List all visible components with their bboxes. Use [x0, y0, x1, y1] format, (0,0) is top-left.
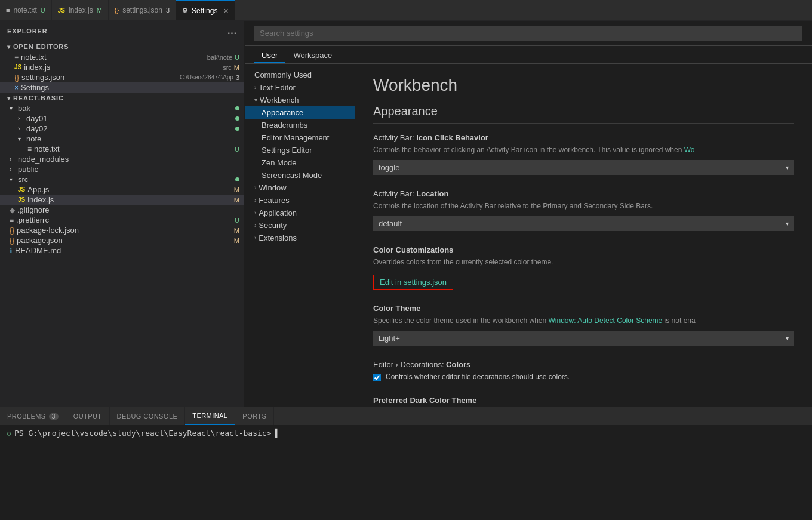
more-button[interactable]: ...	[227, 26, 237, 36]
arrow-icon: ›	[254, 222, 256, 229]
nav-security[interactable]: › Security	[245, 219, 355, 232]
open-editors-label: OPEN EDITORS	[13, 43, 69, 50]
arrow-icon: ▾	[7, 95, 11, 101]
arrow-icon: ▾	[10, 176, 18, 183]
file-index-js[interactable]: JS index.js M	[0, 195, 244, 205]
nav-window[interactable]: › Window	[245, 181, 355, 194]
file-icon: {}	[14, 73, 19, 82]
tab-workspace[interactable]: Workspace	[286, 48, 339, 63]
txt-icon: ≡	[6, 7, 10, 14]
decorator-colors-checkbox[interactable]	[373, 374, 381, 381]
nav-label: Editor Management	[262, 133, 329, 142]
tab-label: note.txt	[13, 6, 36, 14]
tab-user[interactable]: User	[254, 48, 285, 63]
terminal-content: ○ PS G:\project\vscode\study\react\EasyR…	[0, 425, 812, 520]
tab-debug-console[interactable]: DEBUG CONSOLE	[110, 407, 186, 425]
nav-settings-editor[interactable]: Settings Editor	[245, 144, 355, 156]
folder-note[interactable]: ▾ note	[0, 134, 244, 144]
tab-index-js[interactable]: JS index.js M	[52, 0, 109, 20]
open-editor-settings[interactable]: × Settings	[0, 82, 244, 93]
nav-workbench[interactable]: ▾ Workbench	[245, 94, 355, 106]
setting-label-strong: Color Theme	[373, 304, 420, 313]
nav-zen-mode[interactable]: Zen Mode	[245, 156, 355, 169]
dropdown-toggle[interactable]: toggle ▾	[373, 160, 794, 175]
tab-output[interactable]: OUTPUT	[66, 407, 110, 425]
tab-bar: ≡ note.txt U JS index.js M {} settings.j…	[0, 0, 812, 21]
file-icon: JS	[18, 196, 25, 203]
file-gitignore[interactable]: ◆ .gitignore	[0, 205, 244, 215]
edit-settings-json-button[interactable]: Edit in settings.json	[373, 275, 453, 290]
open-editor-index-js[interactable]: JS index.js src M	[0, 62, 244, 72]
dropdown-location[interactable]: default ▾	[373, 216, 794, 231]
file-note-txt[interactable]: ≡ note.txt U	[0, 144, 244, 154]
project-header[interactable]: ▾ REACT-BASIC	[0, 93, 244, 103]
file-app-js[interactable]: JS App.js M	[0, 184, 244, 195]
tab-label: PORTS	[242, 413, 266, 420]
setting-label-strong: Preferred Dark Color Theme	[373, 396, 476, 405]
tab-settings-json[interactable]: {} settings.json 3	[109, 0, 176, 20]
arrow-icon: ›	[254, 184, 256, 191]
nav-text-editor[interactable]: › Text Editor	[245, 81, 355, 94]
dropdown-color-theme[interactable]: Light+ ▾	[373, 331, 794, 346]
setting-label: Color Theme	[373, 304, 794, 313]
arrow-icon: ▾	[18, 136, 26, 142]
sidebar-header: EXPLORER ...	[0, 21, 244, 41]
link[interactable]: Wo	[684, 146, 695, 154]
nav-editor-management[interactable]: Editor Management	[245, 131, 355, 144]
nav-label: Breadcrumbs	[262, 121, 307, 130]
folder-node-modules[interactable]: › node_modules	[0, 154, 244, 164]
tab-label: Settings	[192, 7, 217, 15]
folder-public[interactable]: › public	[0, 164, 244, 174]
file-prettierrc[interactable]: ≡ .prettierrc U	[0, 215, 244, 225]
tab-problems[interactable]: PROBLEMS 3	[0, 407, 66, 425]
file-name: package.json	[17, 236, 234, 245]
terminal-cursor[interactable]: ▌	[275, 429, 280, 438]
link[interactable]: Window: Auto Detect Color Scheme	[549, 316, 663, 325]
nav-screencast-mode[interactable]: Screencast Mode	[245, 169, 355, 181]
folder-bak[interactable]: ▾ bak	[0, 103, 244, 113]
setting-activity-bar-click: Activity Bar: Icon Click Behavior Contro…	[373, 133, 794, 175]
open-editor-settings-json[interactable]: {} settings.json C:\Users\28474\AppData\…	[0, 72, 244, 82]
file-path: C:\Users\28474\AppData\Roaming\Code\U...	[180, 74, 233, 81]
badge: U	[235, 146, 239, 153]
nav-label: Security	[259, 221, 287, 230]
search-input[interactable]	[254, 26, 802, 41]
nav-extensions[interactable]: › Extensions	[245, 232, 355, 244]
js-icon: JS	[58, 7, 65, 14]
nav-features[interactable]: › Features	[245, 194, 355, 207]
explorer-label: EXPLORER	[7, 27, 48, 35]
open-editors-header[interactable]: ▾ OPEN EDITORS	[0, 41, 244, 52]
folder-day02[interactable]: › day02	[0, 124, 244, 134]
badge: M	[234, 64, 239, 71]
nav-label: Extensions	[259, 233, 297, 242]
nav-application[interactable]: › Application	[245, 207, 355, 219]
nav-appearance[interactable]: Appearance	[245, 106, 355, 119]
file-package-lock[interactable]: {} package-lock.json M	[0, 225, 244, 235]
chevron-down-icon: ▾	[786, 164, 789, 171]
open-editors-section: ▾ OPEN EDITORS ≡ note.txt bak\note U JS …	[0, 41, 244, 93]
tab-badge-m: M	[97, 7, 102, 14]
arrow-icon: ›	[254, 210, 256, 216]
nav-commonly-used[interactable]: Commonly Used	[245, 69, 355, 81]
folder-src[interactable]: ▾ src	[0, 174, 244, 184]
file-readme[interactable]: ℹ README.md	[0, 245, 244, 256]
file-package-json[interactable]: {} package.json M	[0, 235, 244, 245]
file-name: note.txt	[21, 53, 207, 61]
tab-note-txt[interactable]: ≡ note.txt U	[0, 0, 52, 20]
folder-day01[interactable]: › day01	[0, 113, 244, 124]
dropdown-value: toggle	[379, 163, 399, 172]
dropdown-value: default	[379, 219, 402, 228]
close-icon[interactable]: ×	[223, 6, 228, 16]
arrow-icon: ›	[10, 166, 18, 173]
settings-tab-icon: ⚙	[182, 7, 188, 14]
nav-label: Text Editor	[259, 83, 295, 92]
tab-settings[interactable]: ⚙ Settings ×	[176, 0, 235, 20]
badge: M	[234, 186, 239, 193]
arrow-icon: ▾	[254, 97, 257, 103]
tab-ports[interactable]: PORTS	[235, 407, 274, 425]
nav-label: Settings Editor	[262, 146, 312, 155]
open-editor-note-txt[interactable]: ≡ note.txt bak\note U	[0, 52, 244, 62]
file-name: note.txt	[34, 144, 235, 153]
tab-terminal[interactable]: TERMINAL	[185, 407, 235, 425]
nav-breadcrumbs[interactable]: Breadcrumbs	[245, 119, 355, 131]
